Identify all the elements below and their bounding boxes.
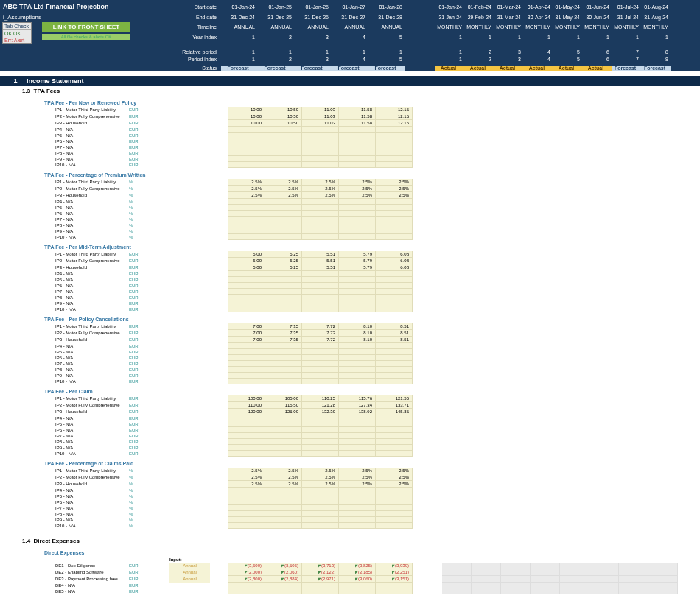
value-cell[interactable] [302,349,339,355]
value-cell[interactable]: 2.5% [339,192,376,199]
value-cell[interactable]: 6.08 [376,264,413,271]
value-cell[interactable] [228,144,265,150]
value-cell[interactable] [376,361,413,367]
value-cell[interactable]: 2.5% [376,186,413,192]
value-cell[interactable] [265,588,302,594]
value-cell[interactable] [265,451,302,457]
value-cell[interactable] [302,156,339,162]
value-cell[interactable] [339,228,376,234]
month-cell[interactable] [648,569,678,576]
value-cell[interactable] [228,127,265,133]
value-cell[interactable]: 11.03 [302,113,339,120]
value-cell[interactable] [265,127,302,133]
value-cell[interactable]: 2.5% [265,481,302,488]
value-cell[interactable]: 10.00 [228,120,265,127]
value-cell[interactable] [265,511,302,517]
value-cell[interactable]: 2.5% [339,186,376,192]
value-cell[interactable] [302,451,339,457]
value-cell[interactable] [339,300,376,306]
value-cell[interactable]: 133.71 [376,402,413,409]
value-cell[interactable] [228,373,265,379]
value-cell[interactable] [339,421,376,427]
value-cell[interactable] [339,445,376,451]
value-cell[interactable]: 8.51 [376,323,413,330]
value-cell[interactable] [228,488,265,493]
month-cell[interactable] [619,583,648,588]
value-cell[interactable] [265,150,302,156]
value-cell[interactable] [265,361,302,367]
month-cell[interactable] [619,588,648,594]
value-cell[interactable] [339,289,376,295]
value-cell[interactable] [228,234,265,240]
value-cell[interactable] [265,306,302,312]
month-cell[interactable] [648,576,678,583]
value-cell[interactable] [376,583,413,588]
value-cell[interactable] [376,289,413,295]
value-cell[interactable]: 2.5% [302,186,339,192]
value-cell[interactable] [265,289,302,295]
value-cell[interactable] [265,234,302,240]
input-type[interactable]: Annual [169,569,210,576]
value-cell[interactable] [339,451,376,457]
value-cell[interactable] [339,588,376,594]
value-cell[interactable] [265,162,302,168]
month-cell[interactable] [531,576,560,583]
value-cell[interactable]: ◤(2,971) [302,576,339,583]
value-cell[interactable] [265,439,302,445]
month-cell[interactable] [648,588,678,594]
value-cell[interactable]: 12.16 [376,120,413,127]
value-cell[interactable] [228,306,265,312]
value-cell[interactable]: 110.00 [228,402,265,409]
value-cell[interactable] [228,199,265,205]
value-cell[interactable] [228,445,265,451]
value-cell[interactable] [376,156,413,162]
value-cell[interactable]: 8.10 [339,330,376,337]
value-cell[interactable] [265,211,302,217]
link-button[interactable]: LINK TO FRONT SHEET [42,22,130,32]
month-cell[interactable] [472,588,501,594]
value-cell[interactable]: 10.50 [265,107,302,113]
value-cell[interactable]: 2.5% [228,192,265,199]
value-cell[interactable] [265,133,302,138]
month-cell[interactable] [442,588,472,594]
value-cell[interactable] [376,277,413,283]
value-cell[interactable] [228,367,265,373]
value-cell[interactable] [376,127,413,133]
value-cell[interactable] [376,523,413,529]
value-cell[interactable] [265,295,302,300]
value-cell[interactable]: 105.00 [265,395,302,402]
value-cell[interactable] [228,421,265,427]
month-cell[interactable] [442,576,472,583]
value-cell[interactable] [339,499,376,505]
value-cell[interactable]: ◤(3,713) [302,563,339,569]
value-cell[interactable] [376,283,413,289]
month-cell[interactable] [442,569,472,576]
value-cell[interactable]: 132.30 [302,409,339,415]
value-cell[interactable] [339,488,376,493]
value-cell[interactable] [302,343,339,349]
value-cell[interactable]: 2.5% [302,179,339,186]
value-cell[interactable] [228,205,265,211]
value-cell[interactable] [339,156,376,162]
value-cell[interactable] [376,421,413,427]
value-cell[interactable]: 11.58 [339,113,376,120]
value-cell[interactable] [376,451,413,457]
value-cell[interactable] [339,271,376,277]
value-cell[interactable] [228,300,265,306]
value-cell[interactable] [302,133,339,138]
value-cell[interactable] [339,361,376,367]
value-cell[interactable] [376,217,413,222]
value-cell[interactable] [265,300,302,306]
value-cell[interactable]: 7.72 [302,323,339,330]
value-cell[interactable] [228,211,265,217]
value-cell[interactable] [228,523,265,529]
value-cell[interactable]: 2.5% [228,468,265,474]
value-cell[interactable] [376,199,413,205]
value-cell[interactable]: 8.51 [376,337,413,343]
value-cell[interactable]: 6.08 [376,251,413,258]
value-cell[interactable] [228,355,265,361]
value-cell[interactable]: 7.35 [265,330,302,337]
value-cell[interactable] [339,367,376,373]
value-cell[interactable]: ◤(3,605) [265,563,302,569]
value-cell[interactable] [265,505,302,511]
